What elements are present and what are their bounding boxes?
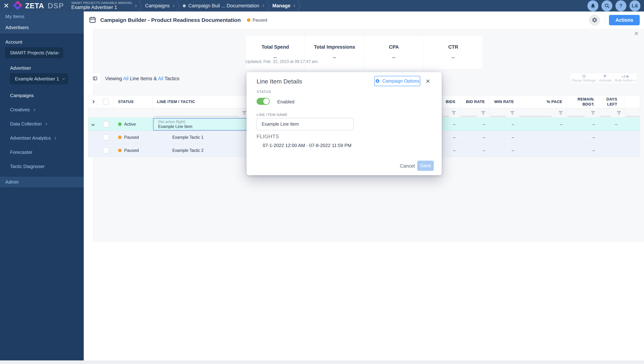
breadcrumb-campaign-label: Campaign Buil ... Documentation [188, 3, 259, 8]
campaign-status-badge: Paused [247, 18, 267, 22]
breadcrumb-manage[interactable]: Manage [272, 3, 295, 8]
breadcrumb-campaign[interactable]: Campaign Buil ... Documentation [183, 3, 264, 8]
breadcrumb-separator [139, 0, 143, 12]
row-bid-rate-cell: – [459, 118, 489, 131]
filter-win-rate[interactable] [489, 108, 518, 118]
updated-timestamp: Updated: Feb. 22, 2023 at 09:17:47 am. [245, 59, 319, 64]
row-pace-cell [518, 144, 566, 157]
play-icon [604, 74, 607, 78]
filter-pace[interactable] [518, 108, 566, 118]
row-name-cell[interactable]: Example Tactic 2 [153, 144, 250, 157]
modal-close-icon[interactable]: ✕ [426, 78, 430, 85]
viewing-text: Line Items & [130, 76, 157, 81]
status-toggle[interactable] [257, 98, 270, 105]
select-all-checkbox[interactable] [98, 95, 114, 108]
bulk-action-icon [622, 74, 628, 78]
notifications-button[interactable] [587, 0, 598, 11]
dismiss-stats-icon[interactable]: ✕ [634, 30, 639, 37]
column-header-pace[interactable]: % PACE [518, 95, 566, 108]
row-remaining-budget-cell: – [566, 118, 599, 131]
actions-button[interactable]: Actions [609, 15, 640, 25]
toggle-knob [263, 98, 269, 104]
viewing-text: Tactics [165, 76, 179, 81]
avatar[interactable]: L& [629, 0, 640, 11]
close-icon[interactable]: ✕ [0, 2, 13, 10]
breadcrumb-account-eyebrow: SMART PROJECTS (VARIABLE MARGIN) [71, 1, 132, 5]
cell-value: – [615, 122, 617, 127]
sidebar-item-label: Forecaster [10, 150, 32, 155]
chevron-right-icon [33, 108, 35, 111]
breadcrumb-campaigns[interactable]: Campaigns [145, 3, 174, 8]
row-checkbox[interactable] [98, 144, 114, 157]
viewing-all-tactics-link[interactable]: All [158, 76, 163, 81]
campaign-options-label: Campaign Options [382, 78, 419, 84]
bulk-action-button[interactable]: Bulk Action [613, 73, 637, 84]
cell-value: – [483, 122, 485, 127]
sidebar-item-tactic-diagnoser[interactable]: Tactic Diagnoser [0, 164, 84, 169]
cancel-button[interactable]: Cancel [400, 163, 415, 169]
bulk-action-label: Bulk Action [615, 78, 633, 82]
row-name-cell[interactable]: Example Tactic 1 [153, 131, 250, 144]
sidebar-item-advertiser-analytics[interactable]: Advertiser Analytics [0, 135, 84, 141]
viewing-all-line-items-link[interactable]: All [123, 76, 129, 81]
chevron-right-icon [91, 100, 95, 103]
cell-value: – [453, 135, 456, 140]
settings-button[interactable] [589, 14, 600, 26]
sidebar-item-data-collection[interactable]: Data Collection [0, 121, 84, 127]
line-item-details-modal: Line Item Details Campaign Options ✕ STA… [246, 72, 442, 175]
stats-card: Total Spend -- Total Impressions -- CPA … [245, 35, 483, 69]
gear-icon [591, 17, 598, 23]
sidebar-item-forecaster[interactable]: Forecaster [0, 150, 84, 155]
column-header-line-item[interactable]: LINE ITEM / TACTIC [153, 95, 250, 108]
sidebar-item-creatives[interactable]: Creatives [0, 107, 84, 112]
row-checkbox[interactable] [98, 118, 114, 131]
breadcrumb-advertiser[interactable]: SMART PROJECTS (VARIABLE MARGIN) Example… [71, 1, 137, 10]
help-button[interactable]: ? [615, 0, 626, 11]
sidebar: My Items Advertisers Account SMART Proje… [0, 12, 84, 360]
sidebar-item-label: Creatives [10, 107, 30, 112]
stat-value: -- [452, 54, 455, 60]
filter-bids[interactable] [441, 108, 459, 118]
column-header-label: BID RATE [466, 100, 485, 104]
line-item-name-input[interactable] [257, 118, 354, 130]
stat-label: CTR [448, 44, 458, 50]
sidebar-item-admin[interactable]: Admin [0, 177, 84, 187]
cell-value: – [592, 135, 595, 140]
viewing-summary: Viewing All Line Items & All Tactics [105, 76, 179, 82]
cell-value: – [592, 148, 595, 153]
column-header-remaining-budget[interactable]: REMAIN.BDGT. [566, 95, 599, 108]
sidebar-item-advertisers[interactable]: Advertisers [0, 22, 84, 34]
column-header-bids[interactable]: BIDS [441, 95, 459, 108]
pause-settings-button[interactable]: Pause Settings [570, 73, 598, 84]
search-button[interactable] [601, 0, 612, 11]
chevron-down-icon [91, 122, 95, 126]
column-header-days-left[interactable]: DAYSLEFT [599, 95, 624, 108]
sidebar-item-campaigns[interactable]: Campaigns [0, 93, 84, 98]
filter-bid-rate[interactable] [459, 108, 489, 118]
column-settings-button[interactable] [89, 73, 101, 84]
filter-extra[interactable] [624, 108, 640, 118]
advertiser-select[interactable]: Example Advertiser 1 [10, 74, 68, 84]
column-header-status[interactable]: STATUS [114, 95, 153, 108]
sidebar-item-label: Advertiser Analytics [10, 135, 51, 141]
expand-all-button[interactable] [88, 95, 98, 108]
row-checkbox[interactable] [98, 131, 114, 144]
filter-days-left[interactable] [599, 108, 624, 118]
stat-ctr: CTR -- [424, 35, 483, 69]
activate-button[interactable]: Activate [598, 73, 613, 84]
row-collapse-button[interactable] [88, 118, 98, 131]
logo-zeta-text: ZETA [25, 2, 44, 10]
column-header-bid-rate[interactable]: BID RATE [459, 95, 489, 108]
filter-line-item[interactable] [153, 108, 250, 118]
column-header-win-rate[interactable]: WIN RATE [489, 95, 518, 108]
zeta-dsp-logo[interactable]: ZETA DSP [13, 0, 64, 11]
row-bid-rate-cell: – [459, 144, 489, 157]
campaign-options-button[interactable]: Campaign Options [374, 76, 420, 86]
sidebar-item-my-items[interactable]: My Items [0, 12, 84, 22]
filter-remaining-budget[interactable] [566, 108, 599, 118]
sidebar-item-label: Data Collection [10, 121, 42, 127]
breadcrumb: SMART PROJECTS (VARIABLE MARGIN) Example… [71, 0, 304, 12]
account-select[interactable]: SMART Projects (Variable M... [5, 48, 63, 58]
calendar-icon[interactable] [89, 16, 96, 24]
save-button[interactable]: Save [417, 161, 434, 171]
